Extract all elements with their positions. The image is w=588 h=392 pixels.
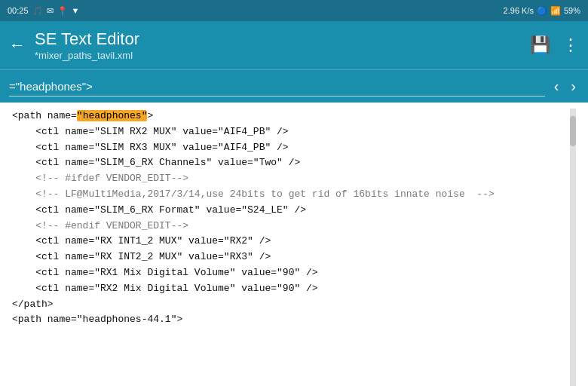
code-line: <!-- #ifdef VENDOR_EDIT--> bbox=[12, 171, 570, 187]
app-bar-titles: SE Text Editor *mixer_paths_tavil.xml bbox=[35, 29, 530, 61]
menu-button[interactable]: ⋮ bbox=[562, 35, 579, 55]
spotify-icon: 🎵 bbox=[32, 6, 43, 16]
status-right: 2.96 K/s 🔵 📶 59% bbox=[504, 6, 580, 16]
app-title: SE Text Editor bbox=[35, 29, 530, 49]
code-line: <!-- #endif VENDOR_EDIT--> bbox=[12, 219, 570, 234]
code-line: <path name="headphones"> bbox=[12, 109, 570, 124]
app-bar-actions: 💾 ⋮ bbox=[530, 35, 579, 55]
code-line: </path> bbox=[12, 297, 570, 313]
save-button[interactable]: 💾 bbox=[530, 35, 550, 55]
signal-icon: 📶 bbox=[550, 6, 561, 16]
code-line: <ctl name="SLIM_6_RX Format" value="S24_… bbox=[12, 203, 570, 219]
search-bar: ‹ › bbox=[0, 69, 588, 103]
code-line: <!-- LF@MultiMedia,2017/3/14,use 24bits … bbox=[12, 187, 570, 203]
scrollbar-track[interactable] bbox=[570, 109, 576, 386]
network-speed: 2.96 K/s bbox=[504, 6, 534, 15]
bluetooth-icon: 🔵 bbox=[537, 6, 547, 16]
code-line: <ctl name="SLIM_6_RX Channels" value="Tw… bbox=[12, 155, 570, 171]
back-button[interactable]: ← bbox=[9, 35, 26, 55]
scroll-area: <path name="headphones"> <ctl name="SLIM… bbox=[12, 109, 576, 386]
code-line: <path name="headphones-44.1"> bbox=[12, 312, 570, 328]
code-line: <ctl name="RX1 Mix Digital Volume" value… bbox=[12, 265, 570, 281]
editor-content[interactable]: <path name="headphones"> <ctl name="SLIM… bbox=[0, 103, 588, 392]
battery: 59% bbox=[564, 6, 580, 15]
highlight-match: "headphones" bbox=[77, 110, 148, 121]
status-left: 00:25 🎵 ✉ 📍 ▼ bbox=[8, 6, 79, 16]
code-line: <ctl name="RX INT2_2 MUX" value="RX3" /> bbox=[12, 250, 570, 265]
code-line: <ctl name="SLIM RX3 MUX" value="AIF4_PB"… bbox=[12, 140, 570, 156]
gmail-icon: ✉ bbox=[47, 6, 54, 16]
code-content: <path name="headphones"> <ctl name="SLIM… bbox=[12, 109, 570, 386]
time: 00:25 bbox=[8, 6, 29, 15]
code-line: <ctl name="RX2 Mix Digital Volume" value… bbox=[12, 281, 570, 297]
code-line: <ctl name="SLIM RX2 MUX" value="AIF4_PB"… bbox=[12, 124, 570, 140]
search-next-button[interactable]: › bbox=[568, 76, 579, 96]
search-input[interactable] bbox=[9, 77, 545, 96]
scrollbar-thumb[interactable] bbox=[570, 116, 576, 146]
app-bar: ← SE Text Editor *mixer_paths_tavil.xml … bbox=[0, 21, 588, 69]
code-line: <ctl name="RX INT1_2 MUX" value="RX2" /> bbox=[12, 234, 570, 250]
maps-icon: 📍 bbox=[57, 6, 68, 16]
status-bar: 00:25 🎵 ✉ 📍 ▼ 2.96 K/s 🔵 📶 59% bbox=[0, 0, 588, 21]
vpn-icon: ▼ bbox=[72, 6, 80, 15]
search-prev-button[interactable]: ‹ bbox=[551, 76, 562, 96]
search-navigation: ‹ › bbox=[551, 76, 579, 96]
app-subtitle: *mixer_paths_tavil.xml bbox=[35, 50, 530, 61]
